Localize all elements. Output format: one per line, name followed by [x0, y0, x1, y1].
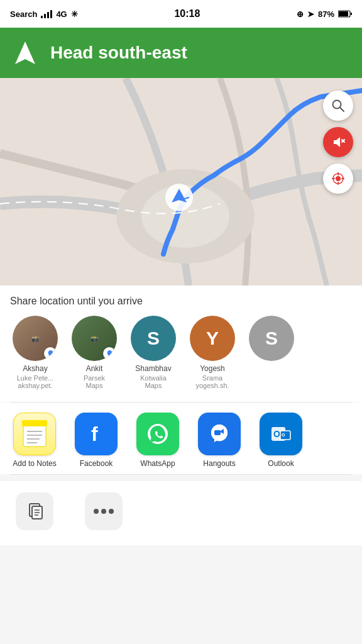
battery-percent: 87% [318, 9, 334, 19]
network-type: 4G [56, 9, 67, 19]
more-dots-icon-container [85, 492, 123, 530]
contact-sub2-ankit: Maps [86, 382, 103, 389]
contact-sub2-yogesh: yogesh.sh. [195, 382, 229, 389]
svg-text:f: f [91, 423, 98, 445]
signal-icon: ✳ [71, 9, 78, 19]
svg-text:o: o [282, 431, 285, 438]
contact-name-ankit: Ankit [86, 364, 103, 374]
contacts-row: 📸 Akshay Luke Pete... akshay.pet. 📸 Anki… [10, 316, 352, 396]
contact-name-shambhav: Shambhav [135, 364, 171, 374]
search-map-button[interactable] [323, 91, 353, 121]
contact-sub-akshay: Luke Pete... [17, 374, 54, 382]
whatsapp-app-label: WhatsApp [140, 459, 175, 468]
signal-bars [41, 10, 52, 18]
outlook-app-label: Outlook [268, 459, 293, 468]
app-outlook[interactable]: O o Outlook [253, 413, 309, 468]
battery-icon [338, 10, 352, 18]
contact-yogesh[interactable]: Y Yogesh Srama yogesh.sh. [187, 316, 238, 389]
contact-sub-yogesh: Srama [202, 374, 222, 382]
app-facebook[interactable]: f Facebook [68, 413, 124, 468]
contact-sub-shambhav: Kotwalia [140, 374, 167, 382]
app-whatsapp[interactable]: WhatsApp [129, 413, 186, 468]
contact-ankit[interactable]: 📸 Ankit Parsek Maps [69, 316, 119, 389]
mute-button[interactable] [323, 127, 353, 157]
notes-app-icon [13, 413, 56, 455]
divider-2 [10, 474, 352, 475]
svg-rect-2 [351, 13, 352, 15]
app-notes[interactable]: Add to Notes [6, 413, 63, 468]
svg-text:O: O [273, 429, 280, 439]
contact-name-akshay: Akshay [23, 364, 47, 374]
notes-app-label: Add to Notes [13, 459, 56, 468]
share-section: Share location until you arrive 📸 Akshay… [0, 286, 362, 402]
svg-line-11 [340, 108, 344, 111]
contact-sub2-akshay: akshay.pet. [18, 382, 52, 389]
svg-marker-3 [15, 42, 35, 64]
svg-point-38 [109, 509, 114, 514]
contact-sub2-shambhav: Maps [145, 382, 162, 389]
more-section [0, 481, 362, 545]
hangouts-app-icon [198, 413, 241, 455]
contact-s2[interactable]: S [246, 316, 297, 389]
contact-name-yogesh: Yogesh [200, 364, 225, 374]
location-arrow-icon: ⊕ [297, 9, 304, 19]
nav-direction-arrow [13, 40, 38, 65]
share-title: Share location until you arrive [10, 296, 352, 307]
map-svg [0, 78, 362, 286]
outlook-app-icon: O o [260, 413, 302, 455]
search-text: Search [10, 9, 37, 19]
map-area [0, 78, 362, 286]
svg-rect-17 [22, 420, 47, 426]
more-options-item[interactable] [82, 492, 126, 534]
status-right: ⊕ ➤ 87% [297, 9, 352, 19]
svg-point-14 [336, 176, 341, 181]
nav-header: Head south-east [0, 28, 362, 78]
svg-rect-1 [339, 11, 348, 16]
copy-icon-container [16, 492, 53, 530]
map-action-buttons [323, 91, 353, 194]
contact-akshay[interactable]: 📸 Akshay Luke Pete... akshay.pet. [10, 316, 60, 389]
gps-icon: ➤ [307, 9, 314, 19]
my-location-button[interactable] [323, 164, 353, 194]
time-display: 10:18 [174, 8, 200, 19]
status-left: Search 4G ✳ [10, 9, 78, 19]
status-bar: Search 4G ✳ 10:18 ⊕ ➤ 87% [0, 0, 362, 28]
facebook-app-label: Facebook [80, 459, 113, 468]
copy-item[interactable] [13, 492, 57, 534]
apps-row: Add to Notes f Facebook WhatsApp [0, 413, 362, 468]
apps-section: Add to Notes f Facebook WhatsApp [0, 402, 362, 474]
facebook-app-icon: f [75, 413, 118, 455]
hangouts-app-label: Hangouts [203, 459, 235, 468]
svg-point-36 [94, 509, 99, 514]
svg-rect-25 [214, 430, 221, 435]
nav-instruction: Head south-east [50, 43, 187, 63]
whatsapp-app-icon [136, 413, 179, 455]
contact-sub-ankit: Parsek [84, 374, 105, 382]
svg-point-37 [101, 509, 106, 514]
app-hangouts[interactable]: Hangouts [191, 413, 248, 468]
contact-shambhav[interactable]: S Shambhav Kotwalia Maps [128, 316, 178, 389]
